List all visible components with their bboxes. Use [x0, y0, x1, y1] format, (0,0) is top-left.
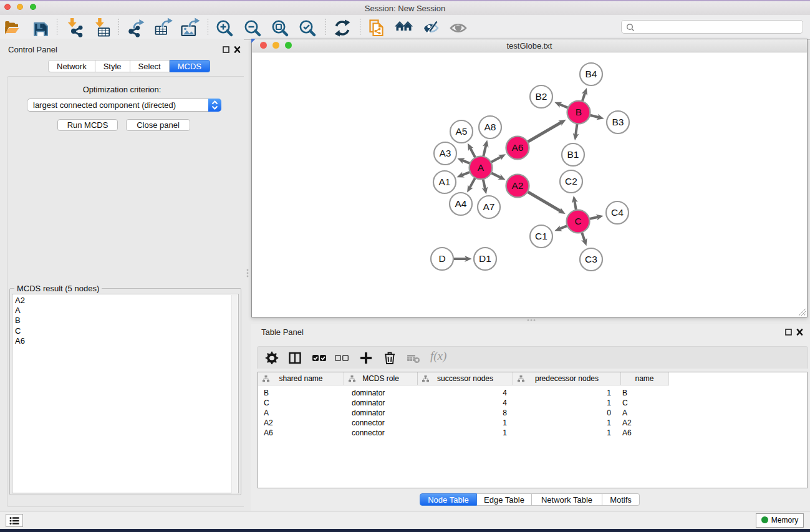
svg-text:C4: C4: [611, 207, 624, 218]
svg-text:A: A: [478, 162, 485, 173]
svg-text:C2: C2: [565, 176, 577, 186]
svg-text:D1: D1: [479, 253, 491, 264]
svg-text:A2: A2: [512, 180, 524, 191]
svg-text:A8: A8: [485, 122, 496, 132]
svg-text:A4: A4: [455, 198, 467, 209]
svg-text:B3: B3: [612, 117, 624, 127]
svg-text:A5: A5: [456, 126, 468, 137]
svg-text:A7: A7: [483, 201, 495, 212]
svg-text:A6: A6: [512, 142, 524, 153]
svg-text:A3: A3: [440, 148, 451, 158]
svg-text:B2: B2: [536, 91, 547, 102]
svg-text:B4: B4: [586, 69, 597, 79]
svg-text:C: C: [574, 216, 581, 226]
svg-text:A1: A1: [439, 177, 451, 187]
svg-text:B1: B1: [567, 149, 579, 160]
svg-text:B: B: [576, 107, 582, 117]
svg-text:C3: C3: [585, 254, 597, 264]
svg-text:C1: C1: [535, 231, 547, 241]
svg-text:D: D: [438, 253, 445, 264]
